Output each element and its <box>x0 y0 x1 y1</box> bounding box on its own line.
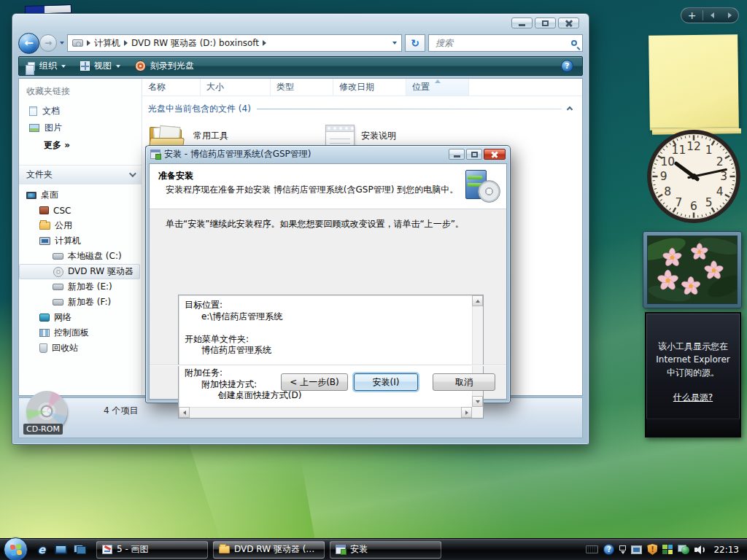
security-shield-icon[interactable]: ! <box>647 544 657 555</box>
back-button[interactable]: ← <box>18 33 39 54</box>
file-name: 常用工具 <box>193 130 228 142</box>
rss-feed-gadget[interactable]: 该小工具显示您在 Internet Explorer 中订阅的源。 什么是源? <box>645 312 741 438</box>
start-button[interactable] <box>4 537 28 560</box>
scroll-left-button[interactable] <box>179 407 190 418</box>
taskbar-task-installer[interactable]: 安装 <box>330 541 441 559</box>
back-step-button[interactable]: < 上一步(B) <box>281 373 348 391</box>
refresh-button[interactable]: ↻ <box>405 34 425 52</box>
disk-drive-icon <box>53 284 63 290</box>
collapse-chevron-icon[interactable] <box>567 106 573 112</box>
minimize-button[interactable] <box>511 18 533 28</box>
what-are-feeds-link[interactable]: 什么是源? <box>673 391 713 404</box>
gadget-prev-button[interactable] <box>703 12 721 18</box>
tree-item-dvd-rw-drive[interactable]: DVD RW 驱动器 <box>19 264 140 279</box>
search-input[interactable] <box>434 37 571 49</box>
drive-icon <box>72 39 83 47</box>
sidebar-item-label: 文档 <box>42 105 60 117</box>
gadget-next-button[interactable] <box>721 12 738 18</box>
maximize-button[interactable] <box>535 18 556 28</box>
command-toolbar: 组织 视图 刻录到光盘 ? <box>18 56 583 76</box>
tree-item-volume-e[interactable]: 新加卷 (E:) <box>19 279 142 295</box>
windows-logo-icon <box>9 543 21 555</box>
window-controls <box>511 18 579 28</box>
tree-item-network[interactable]: 网络 <box>19 310 142 325</box>
sidebar-item-documents[interactable]: 文档 <box>19 103 142 120</box>
dialog-title-bar[interactable]: 安装 - 博信药店管理系统(含GSP管理) <box>146 146 510 163</box>
tree-item-desktop[interactable]: 桌面 <box>19 187 142 203</box>
disk-drive-icon <box>53 299 63 306</box>
tree-item-csc[interactable]: CSC <box>19 203 142 218</box>
organize-button[interactable]: 组织 <box>28 60 66 72</box>
group-header[interactable]: 光盘中当前包含的文件 (4) <box>142 96 582 118</box>
help-icon[interactable]: ? <box>603 544 614 555</box>
history-dropdown-icon[interactable] <box>60 42 64 44</box>
folders-band[interactable]: 文件夹 <box>19 165 142 184</box>
volume-icon[interactable] <box>694 545 706 555</box>
rss-gadget-footer <box>646 419 740 436</box>
column-header-name[interactable]: 名称 <box>142 79 201 96</box>
dialog-minimize-button[interactable] <box>449 149 465 160</box>
folder-icon <box>219 545 230 553</box>
color-management-icon[interactable] <box>662 545 673 554</box>
tree-item-volume-f[interactable]: 新加卷 (F:) <box>19 295 142 310</box>
help-button[interactable]: ? <box>561 60 573 72</box>
clock-gadget[interactable]: 121234567891011 <box>645 128 743 225</box>
photo-slideshow-gadget[interactable] <box>643 231 742 308</box>
sticky-note-gadget[interactable] <box>649 34 739 131</box>
column-header-modified[interactable]: 修改日期 <box>333 79 406 96</box>
tray-overflow-button[interactable] <box>619 545 626 554</box>
dialog-header: 准备安装 安装程序现在准备开始安装 博信药店管理系统(含GSP管理) 到您的电脑… <box>150 164 506 209</box>
horizontal-scrollbar[interactable] <box>179 407 472 418</box>
cancel-button[interactable]: 取消 <box>433 373 495 391</box>
close-button[interactable] <box>558 18 579 28</box>
search-icon[interactable] <box>571 40 577 46</box>
column-header-type[interactable]: 类型 <box>271 79 333 96</box>
minimize-icon <box>454 155 460 158</box>
tree-item-local-disk-c[interactable]: 本地磁盘 (C:) <box>19 249 142 264</box>
sort-ascending-icon <box>435 79 441 83</box>
burn-to-disc-button[interactable]: 刻录到光盘 <box>135 60 194 72</box>
more-link[interactable]: 更多 » <box>19 136 142 155</box>
breadcrumb-dvd-drive[interactable]: DVD RW 驱动器 (D:) boxinsoft <box>131 37 259 50</box>
dialog-heading: 准备安装 <box>158 170 460 182</box>
chevron-down-icon <box>61 65 66 68</box>
disc-label: CD-ROM <box>23 424 63 435</box>
internet-explorer-icon[interactable]: e <box>35 543 48 556</box>
install-button[interactable]: 安装(I) <box>354 373 418 391</box>
computer-icon <box>39 237 50 245</box>
taskbar-task-dvd-drive[interactable]: DVD RW 驱动器 (D... <box>213 541 325 559</box>
sidebar-item-pictures[interactable]: 图片 <box>19 120 142 136</box>
breadcrumb-computer[interactable]: 计算机 <box>94 37 120 50</box>
tree-item-public[interactable]: 公用 <box>19 218 142 233</box>
keyboard-layout-icon[interactable] <box>586 545 598 553</box>
scroll-down-button[interactable] <box>472 396 483 407</box>
taskbar-task-paint[interactable]: 5 - 画图 <box>96 541 208 559</box>
install-summary-box[interactable]: 目标位置: e:\博信药店管理系统 开始菜单文件夹: 博信药店管理系统 附加任务… <box>178 295 484 419</box>
address-dropdown-icon[interactable] <box>392 42 397 44</box>
address-bar[interactable]: 计算机 DVD RW 驱动器 (D:) boxinsoft <box>67 34 402 52</box>
tree-item-computer[interactable]: 计算机 <box>19 233 142 249</box>
dialog-close-button[interactable] <box>484 149 506 160</box>
svg-text:4: 4 <box>716 185 724 198</box>
column-header-location[interactable]: 位置 <box>406 79 469 96</box>
maximize-icon <box>471 152 478 158</box>
forward-button[interactable]: → <box>39 34 57 52</box>
scroll-up-button[interactable] <box>472 295 483 306</box>
gadget-controls: + <box>681 7 739 23</box>
desktop-icon <box>26 192 36 199</box>
scroll-right-button[interactable] <box>461 407 472 418</box>
column-header-size[interactable]: 大小 <box>201 79 271 96</box>
display-settings-icon[interactable] <box>631 545 642 554</box>
views-button[interactable]: 视图 <box>80 60 120 72</box>
show-desktop-icon[interactable] <box>55 545 67 554</box>
cd-rom-icon: CD-ROM <box>26 391 67 432</box>
chevron-down-icon <box>621 551 625 554</box>
dialog-maximize-button[interactable] <box>466 149 482 160</box>
svg-text:9: 9 <box>660 170 667 183</box>
add-gadget-button[interactable]: + <box>681 8 703 23</box>
arrow-right-icon <box>465 411 468 415</box>
switch-windows-icon[interactable] <box>74 545 86 554</box>
network-icon[interactable] <box>678 545 689 554</box>
tree-item-control-panel[interactable]: 控制面板 <box>19 325 142 341</box>
tree-item-recycle-bin[interactable]: 回收站 <box>19 341 142 356</box>
